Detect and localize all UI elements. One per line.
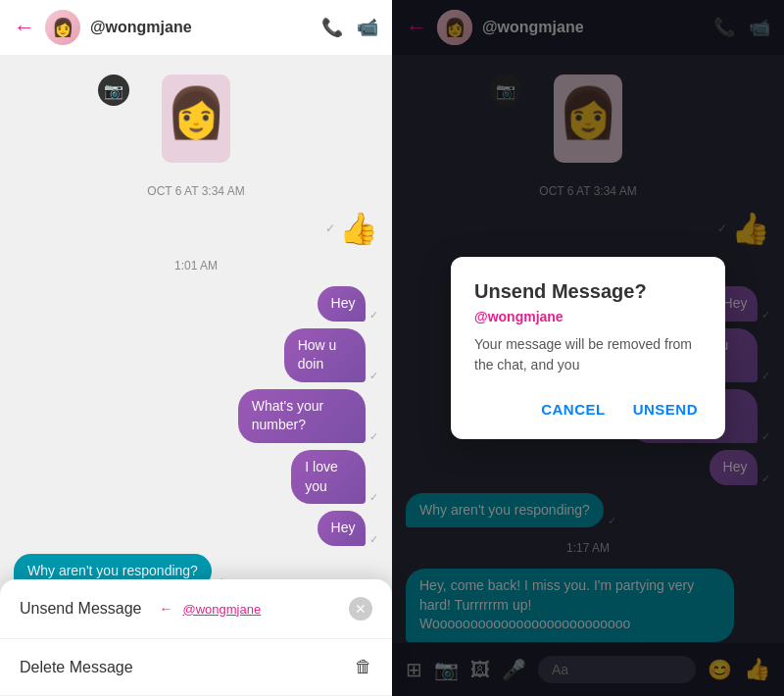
left-chat-image-area: 📷 xyxy=(14,65,378,173)
left-check-howudoin: ✓ xyxy=(369,370,378,382)
left-check-hey2: ✓ xyxy=(369,533,378,546)
right-modal-title: Unsend Message? xyxy=(474,280,702,303)
right-modal-overlay[interactable]: Unsend Message? @wongmjane Your message … xyxy=(392,0,784,696)
left-avatar: 👩 xyxy=(45,10,80,45)
left-chat-avatar xyxy=(162,75,230,163)
left-header-icons: 📞 📹 xyxy=(321,17,378,38)
left-sent-group: Hey ✓ How u doin ✓ What's your number? ✓… xyxy=(14,284,378,548)
left-check-number: ✓ xyxy=(369,430,378,443)
left-bubble-howudoin[interactable]: How u doin xyxy=(284,328,366,382)
left-msg-howudoin: How u doin ✓ xyxy=(270,328,378,382)
left-bubble-hey1[interactable]: Hey xyxy=(318,286,366,322)
left-video-icon[interactable]: 📹 xyxy=(357,17,378,38)
left-msg-love: I love you ✓ xyxy=(279,450,378,504)
left-phone-icon[interactable]: 📞 xyxy=(321,17,343,38)
cancel-button[interactable]: CANCEL xyxy=(537,395,610,423)
left-bubble-number[interactable]: What's your number? xyxy=(238,389,366,443)
left-header: ← 👩 @wongmjane 📞 📹 xyxy=(0,0,392,55)
left-delete-label: Delete Message xyxy=(20,659,133,676)
left-timestamp1: OCT 6 AT 3:34 AM xyxy=(14,184,378,198)
left-msg-number: What's your number? ✓ xyxy=(208,389,378,443)
left-avatar-image: 👩 xyxy=(45,10,80,45)
left-delete-icon: 🗑 xyxy=(355,657,372,677)
left-close-button[interactable]: ✕ xyxy=(349,597,372,621)
unsend-button[interactable]: UNSEND xyxy=(629,395,702,423)
left-unsend-item-left: Unsend Message ← @wongmjane xyxy=(20,600,261,618)
left-panel: ← 👩 @wongmjane 📞 📹 📷 OCT 6 AT 3:34 AM ✓ … xyxy=(0,0,392,696)
left-camera-icon[interactable]: 📷 xyxy=(98,75,129,106)
left-thumbs-up-area: ✓ 👍 xyxy=(14,210,378,247)
right-modal: Unsend Message? @wongmjane Your message … xyxy=(451,257,725,439)
left-bottom-sheet: Unsend Message ← @wongmjane ✕ Delete Mes… xyxy=(0,579,392,696)
left-check1: ✓ xyxy=(325,222,335,235)
left-msg-hey2: Hey ✓ xyxy=(314,511,378,546)
left-bubble-hey2[interactable]: Hey xyxy=(318,511,366,546)
left-unsend-arrow: ← xyxy=(160,601,173,617)
left-back-button[interactable]: ← xyxy=(14,15,35,40)
left-header-username: @wongmjane xyxy=(90,19,312,36)
right-modal-actions: CANCEL UNSEND xyxy=(474,395,702,423)
right-modal-username: @wongmjane xyxy=(474,309,702,324)
left-unsend-item[interactable]: Unsend Message ← @wongmjane ✕ xyxy=(0,579,392,639)
left-unsend-username: @wongmjane xyxy=(183,602,262,617)
left-time1: 1:01 AM xyxy=(14,259,378,273)
left-check-hey1: ✓ xyxy=(369,309,378,322)
right-modal-body: Your message will be removed from the ch… xyxy=(474,334,702,375)
left-delete-item[interactable]: Delete Message 🗑 xyxy=(0,639,392,696)
left-thumbs-up: 👍 xyxy=(339,210,378,247)
left-unsend-label: Unsend Message xyxy=(20,600,142,618)
right-panel: ← 👩 @wongmjane 📞 📹 📷 OCT 6 AT 3:34 AM ✓ … xyxy=(392,0,784,696)
left-bubble-love[interactable]: I love you xyxy=(291,450,366,504)
left-msg-hey1: Hey ✓ xyxy=(314,286,378,322)
left-check-love: ✓ xyxy=(369,491,378,504)
